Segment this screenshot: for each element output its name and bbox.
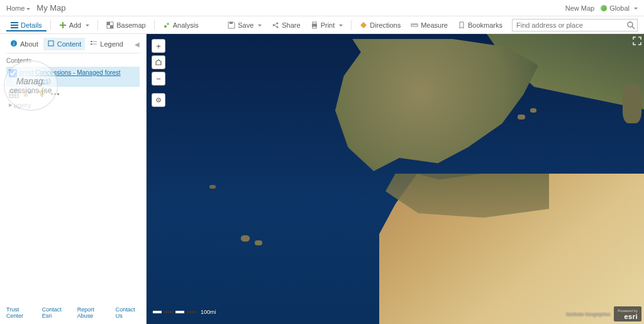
- basemap-button[interactable]: Basemap: [102, 19, 150, 31]
- footer-contact-esri[interactable]: Contact Esri: [42, 306, 69, 319]
- page-title: My Map: [36, 3, 65, 13]
- svg-point-9: [167, 23, 169, 25]
- search-icon[interactable]: [626, 21, 635, 30]
- bookmarks-label: Bookmarks: [468, 21, 502, 29]
- locate-button[interactable]: [152, 93, 165, 107]
- layer-tools: •••: [6, 89, 140, 99]
- scale-seg: [153, 311, 162, 313]
- svg-rect-28: [48, 41, 53, 46]
- separator: [50, 20, 51, 30]
- caret-down-icon: [26, 8, 30, 12]
- save-icon: [228, 21, 235, 29]
- map-view[interactable]: + − 100mi Earthstar Geographics Powered …: [147, 34, 644, 324]
- svg-rect-30: [93, 41, 97, 42]
- collapse-sidebar-icon[interactable]: ◀: [135, 41, 140, 48]
- measure-button[interactable]: Measure: [406, 19, 452, 31]
- svg-rect-4: [60, 25, 66, 26]
- svg-rect-0: [11, 22, 18, 23]
- island: [530, 108, 536, 113]
- scale-bar: 100mi: [153, 309, 216, 315]
- attribution-source: Earthstar Geographics: [566, 312, 610, 316]
- landmass-sardinia: [623, 84, 641, 123]
- layer-item-forest-concessions[interactable]: orest Concessions - Managed forestt coun…: [6, 67, 140, 87]
- share-button[interactable]: Share: [267, 19, 304, 31]
- plus-icon: [59, 21, 67, 29]
- ruler-icon: [411, 21, 418, 29]
- tab-content[interactable]: Content: [43, 38, 86, 50]
- add-button[interactable]: Add: [55, 19, 94, 31]
- new-map-button[interactable]: New Map: [565, 4, 594, 12]
- bookmarks-button[interactable]: Bookmarks: [453, 19, 507, 31]
- layers-icon: [47, 40, 55, 48]
- global-label: Global: [609, 4, 630, 12]
- fullscreen-icon[interactable]: [633, 36, 641, 45]
- svg-rect-6: [107, 22, 110, 25]
- basemap-icon: [106, 21, 114, 29]
- share-icon: [272, 21, 279, 29]
- tab-about[interactable]: iAbout: [6, 38, 42, 50]
- footer-trust-center[interactable]: Trust Center: [6, 306, 33, 319]
- svg-rect-7: [110, 25, 113, 28]
- more-options-icon[interactable]: •••: [50, 89, 60, 99]
- print-button[interactable]: Print: [306, 19, 348, 31]
- measure-label: Measure: [421, 21, 448, 29]
- layer-link[interactable]: orest Concessions - Managed forestt coun…: [19, 69, 121, 84]
- layer-visibility-checkbox[interactable]: [9, 69, 17, 77]
- attribute-table-icon[interactable]: [9, 89, 19, 99]
- svg-rect-2: [11, 27, 18, 28]
- svg-line-25: [632, 26, 635, 29]
- details-button[interactable]: Details: [6, 19, 47, 31]
- svg-point-24: [628, 22, 633, 27]
- footer-report-abuse[interactable]: Report Abuse: [77, 306, 107, 319]
- zoom-out-button[interactable]: −: [152, 72, 165, 86]
- scale-label: 100mi: [201, 309, 216, 315]
- footer-contact-us[interactable]: Contact Us: [116, 306, 140, 319]
- island: [209, 185, 216, 189]
- scale-seg: [164, 311, 173, 313]
- caret-down-icon: [86, 25, 89, 28]
- layer-item-imagery[interactable]: ▸agery: [6, 101, 140, 109]
- analysis-label: Analysis: [173, 21, 199, 29]
- info-icon: i: [10, 40, 18, 48]
- print-label: Print: [321, 21, 335, 29]
- details-label: Details: [21, 21, 42, 29]
- footer-links: Trust Center Contact Esri Report Abuse C…: [6, 303, 140, 324]
- filter-icon[interactable]: [36, 89, 47, 99]
- home-extent-button[interactable]: [152, 55, 165, 69]
- search-input[interactable]: [512, 19, 638, 31]
- home-menu[interactable]: Home: [6, 4, 30, 12]
- bookmark-icon: [458, 21, 465, 29]
- svg-rect-17: [313, 22, 316, 24]
- svg-line-14: [274, 23, 277, 25]
- change-style-icon[interactable]: [23, 89, 33, 99]
- svg-point-38: [24, 93, 28, 97]
- separator: [351, 20, 352, 30]
- save-label: Save: [238, 21, 253, 29]
- sidebar-tabs: iAbout Content Legend ◀: [6, 38, 140, 53]
- svg-rect-29: [91, 41, 92, 42]
- caret-down-icon: [634, 8, 638, 11]
- toolbar: Details Add Basemap Analysis Save Share …: [0, 16, 644, 34]
- directions-icon: [360, 21, 367, 29]
- contents-heading: Contents: [6, 57, 140, 64]
- zoom-in-button[interactable]: +: [152, 39, 165, 53]
- caret-down-icon: [339, 25, 343, 28]
- tab-legend[interactable]: Legend: [86, 38, 127, 50]
- esri-badge[interactable]: Powered by esri: [614, 306, 641, 321]
- separator: [97, 20, 98, 30]
- directions-button[interactable]: Directions: [355, 19, 405, 31]
- svg-point-41: [158, 99, 159, 101]
- island: [518, 115, 525, 120]
- scale-seg: [187, 311, 196, 313]
- share-label: Share: [282, 21, 300, 29]
- scale-seg: [175, 311, 184, 313]
- imagery-label: agery: [14, 101, 31, 109]
- app-header: Home My Map New Map Global: [0, 0, 644, 16]
- save-button[interactable]: Save: [223, 19, 266, 31]
- global-menu[interactable]: Global: [601, 4, 638, 12]
- map-controls: + −: [152, 39, 165, 107]
- analysis-button[interactable]: Analysis: [158, 19, 203, 31]
- caret-down-icon: [258, 25, 262, 28]
- expand-arrow-icon: ▸: [9, 101, 13, 109]
- island: [255, 240, 262, 245]
